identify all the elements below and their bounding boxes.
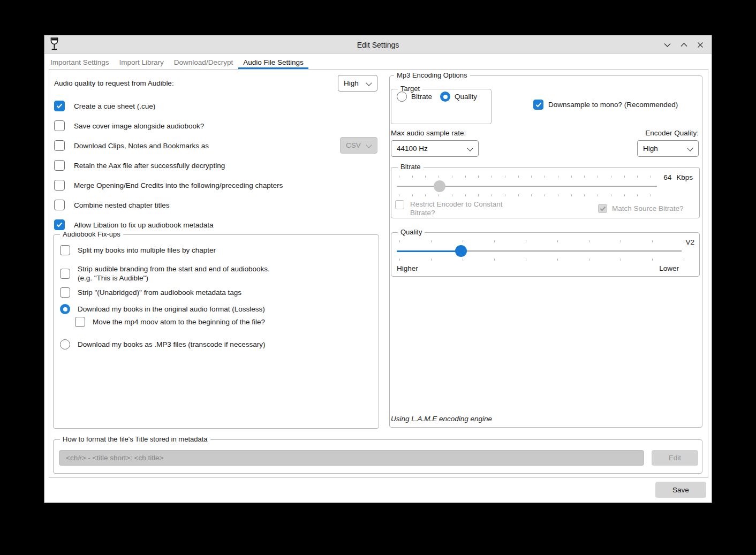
strip-branding-row: Strip audible branding from the start an… xyxy=(60,265,372,283)
maximize-button[interactable] xyxy=(678,39,690,51)
audio-quality-label: Audio quality to request from Audible: xyxy=(54,79,174,87)
download-clips-row: Download Clips, Notes and Bookmarks as C… xyxy=(54,140,377,151)
encoder-quality-label: Encoder Quality: xyxy=(645,129,699,137)
target-bitrate-label: Bitrate xyxy=(411,93,432,101)
restrict-cbr-row: Restrict Encoder to Constant Bitrate? xyxy=(395,200,525,217)
quality-ticks-top xyxy=(399,240,684,242)
quality-slider-fill xyxy=(397,250,461,252)
split-books-label: Split my books into multiple files by ch… xyxy=(78,246,216,254)
create-cue-checkbox[interactable] xyxy=(54,101,65,111)
title-format-value: <ch#> - <title short>: <ch title> xyxy=(66,454,163,462)
chevron-down-icon xyxy=(366,143,372,148)
allow-fixup-label: Allow Libation to fix up audiobook metad… xyxy=(74,221,213,229)
quality-lower-label: Lower xyxy=(659,264,679,272)
quality-slider-thumb[interactable] xyxy=(455,245,467,257)
save-cover-row: Save cover image alongside audiobook? xyxy=(54,120,377,131)
encoder-quality-dropdown[interactable]: High xyxy=(637,140,699,157)
merge-credits-row: Merge Opening/End Credits into the follo… xyxy=(54,180,377,191)
restrict-cbr-checkbox xyxy=(395,200,404,209)
match-source-checkbox xyxy=(598,204,607,213)
chevron-down-icon xyxy=(663,41,671,49)
lossless-label: Download my books in the original audio … xyxy=(78,305,265,313)
allow-fixup-checkbox[interactable] xyxy=(54,219,65,230)
title-bar: Edit Settings xyxy=(44,35,712,54)
edit-button: Edit xyxy=(652,450,698,466)
download-clips-checkbox[interactable] xyxy=(54,140,65,151)
title-format-input: <ch#> - <title short>: <ch title> xyxy=(59,450,644,466)
create-cue-label: Create a cue sheet (.cue) xyxy=(74,102,155,110)
audio-quality-dropdown[interactable]: High xyxy=(338,75,377,92)
chevron-down-icon xyxy=(366,81,372,86)
left-column: Audio quality to request from Audible: H… xyxy=(54,75,377,230)
audiobook-fixups-group: Audiobook Fix-ups Split my books into mu… xyxy=(53,234,379,429)
quality-value: V2 xyxy=(685,238,694,246)
window-title: Edit Settings xyxy=(44,35,712,54)
tab-download-decrypt[interactable]: Download/Decrypt xyxy=(169,55,238,69)
bitrate-value: 64Kbps xyxy=(663,173,693,181)
retain-aax-checkbox[interactable] xyxy=(54,160,65,171)
mp3-encoding-options-group: Mp3 Encoding Options Target Bitrate Qual… xyxy=(389,75,702,428)
tab-important-settings[interactable]: Important Settings xyxy=(46,55,114,69)
quality-slider-track[interactable] xyxy=(397,250,682,252)
mp3-files-radio[interactable] xyxy=(60,339,70,349)
merge-credits-label: Merge Opening/End Credits into the follo… xyxy=(74,181,283,189)
strip-unabridged-label: Strip "(Unabridged)" from audiobook meta… xyxy=(78,288,241,296)
lossless-radio[interactable] xyxy=(60,304,70,314)
sample-rate-dropdown[interactable]: 44100 Hz xyxy=(391,140,479,157)
downsample-label: Downsample to mono? (Recommended) xyxy=(548,101,678,109)
bitrate-ticks-top xyxy=(399,176,652,178)
merge-credits-checkbox[interactable] xyxy=(54,180,65,191)
allow-fixup-row: Allow Libation to fix up audiobook metad… xyxy=(54,219,377,230)
strip-unabridged-row: Strip "(Unabridged)" from audiobook meta… xyxy=(60,287,372,298)
quality-legend: Quality xyxy=(398,228,425,236)
target-radios: Bitrate Quality xyxy=(397,92,477,102)
download-clips-label: Download Clips, Notes and Bookmarks as xyxy=(74,142,209,150)
minimize-button[interactable] xyxy=(661,39,673,51)
moov-checkbox[interactable] xyxy=(75,317,85,327)
downsample-row: Downsample to mono? (Recommended) xyxy=(533,100,678,110)
combine-nested-label: Combine nested chapter titles xyxy=(74,201,170,209)
fixups-legend: Audiobook Fix-ups xyxy=(60,230,123,238)
title-format-legend: How to format the file's Title stored in… xyxy=(60,435,210,443)
sample-rate-label: Max audio sample rate: xyxy=(391,129,466,137)
match-source-label: Match Source Bitrate? xyxy=(612,204,684,212)
quality-group: Quality V2 Higher Lower xyxy=(391,232,700,277)
moov-label: Move the mp4 moov atom to the beginning … xyxy=(93,318,265,326)
save-cover-label: Save cover image alongside audiobook? xyxy=(74,122,204,130)
restrict-cbr-label: Restrict Encoder to Constant Bitrate? xyxy=(410,200,525,217)
moov-row: Move the mp4 moov atom to the beginning … xyxy=(75,317,372,327)
quality-higher-label: Higher xyxy=(397,264,418,272)
title-format-group: How to format the file's Title stored in… xyxy=(53,439,702,474)
combine-nested-checkbox[interactable] xyxy=(54,200,65,210)
retain-aax-label: Retain the Aax file after successfully d… xyxy=(74,162,225,170)
target-quality-label: Quality xyxy=(455,93,477,101)
match-source-row: Match Source Bitrate? xyxy=(598,204,684,213)
create-cue-row: Create a cue sheet (.cue) xyxy=(54,101,377,111)
chevron-up-icon xyxy=(680,41,688,49)
save-button[interactable]: Save xyxy=(655,482,706,498)
sample-rate-value: 44100 Hz xyxy=(397,145,428,153)
combine-nested-row: Combine nested chapter titles xyxy=(54,200,377,210)
strip-branding-label: Strip audible branding from the start an… xyxy=(78,265,270,283)
save-cover-checkbox[interactable] xyxy=(54,120,65,131)
edit-settings-dialog: Edit Settings Important Settings Import … xyxy=(44,35,712,503)
lossless-radio-row: Download my books in the original audio … xyxy=(60,304,372,314)
close-button[interactable] xyxy=(694,39,706,51)
downsample-checkbox[interactable] xyxy=(533,100,543,110)
bitrate-slider-thumb xyxy=(434,180,445,192)
mp3-radio-row: Download my books as .MP3 files (transco… xyxy=(60,339,372,349)
mp3-files-label: Download my books as .MP3 files (transco… xyxy=(78,340,265,348)
tab-audio-file-settings[interactable]: Audio File Settings xyxy=(238,55,308,69)
strip-branding-checkbox[interactable] xyxy=(60,269,70,279)
target-quality-radio[interactable] xyxy=(440,92,450,102)
clips-format-dropdown: CSV xyxy=(340,137,377,154)
tab-import-library[interactable]: Import Library xyxy=(115,55,169,69)
split-books-checkbox[interactable] xyxy=(60,245,70,255)
bitrate-legend: Bitrate xyxy=(398,163,424,171)
tab-bar: Important Settings Import Library Downlo… xyxy=(46,55,712,69)
target-bitrate-radio[interactable] xyxy=(397,92,407,102)
encoder-quality-value: High xyxy=(643,145,658,153)
strip-unabridged-checkbox[interactable] xyxy=(60,287,70,298)
chevron-down-icon xyxy=(687,146,693,151)
x-icon xyxy=(697,41,704,49)
